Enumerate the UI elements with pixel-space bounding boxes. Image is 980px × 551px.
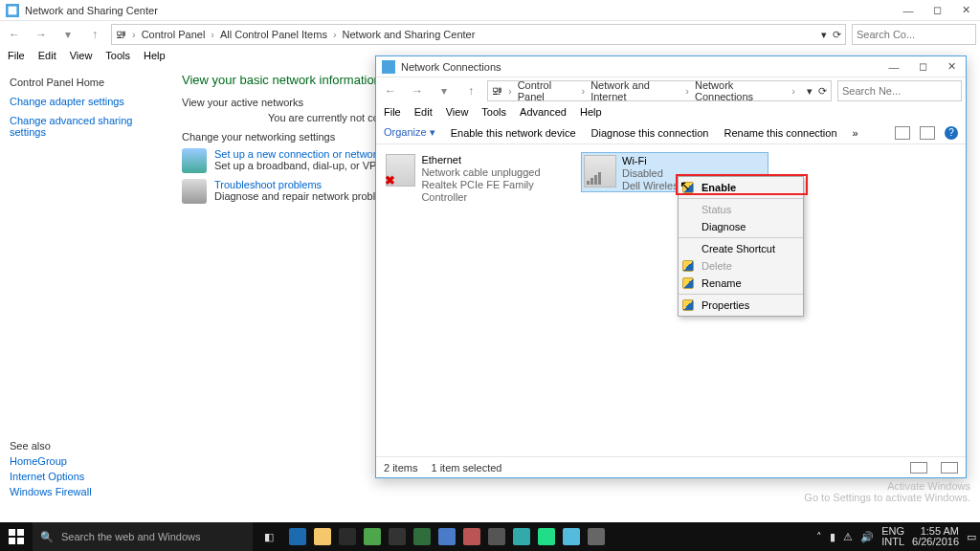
- svg-rect-4: [17, 529, 24, 536]
- forward-button[interactable]: →: [31, 24, 52, 45]
- menu-tools[interactable]: Tools: [105, 50, 130, 61]
- taskbar-app[interactable]: [459, 522, 484, 551]
- tray-volume-icon[interactable]: 🔊: [860, 531, 874, 543]
- svg-rect-6: [17, 538, 24, 544]
- taskbar-app[interactable]: [360, 522, 385, 551]
- menu-file[interactable]: File: [8, 50, 25, 61]
- up-button[interactable]: ↑: [460, 80, 481, 101]
- close-button[interactable]: ✕: [937, 56, 966, 77]
- connections-area[interactable]: ✖ Ethernet Network cable unplugged Realt…: [376, 144, 966, 456]
- tray-chevron-up-icon[interactable]: ˄: [816, 531, 822, 543]
- ctx-rename[interactable]: Rename: [679, 275, 803, 292]
- control-panel-home-link[interactable]: Control Panel Home: [10, 77, 163, 88]
- tray-clock[interactable]: 1:55 AM6/26/2016: [912, 526, 959, 547]
- system-tray[interactable]: ˄ ▮ ⚠ 🔊 ENGINTL 1:55 AM6/26/2016 ▭: [813, 526, 980, 547]
- connection-name: Ethernet: [421, 154, 569, 166]
- watermark-title: Activate Windows: [804, 480, 970, 492]
- app-icon: [6, 4, 19, 17]
- taskbar-app[interactable]: [434, 522, 459, 551]
- maximize-button[interactable]: ◻: [923, 0, 951, 21]
- refresh-button[interactable]: ⟳: [818, 85, 827, 98]
- taskbar-explorer[interactable]: [310, 522, 335, 551]
- recent-button[interactable]: ▾: [57, 24, 78, 45]
- taskbar-app[interactable]: [484, 522, 509, 551]
- left-panel: Control Panel Home Change adapter settin…: [0, 65, 172, 211]
- start-button[interactable]: [0, 522, 33, 551]
- seealso-homegroup[interactable]: HomeGroup: [10, 455, 92, 467]
- details-view-button[interactable]: [910, 462, 927, 474]
- ctx-diagnose[interactable]: Diagnose: [679, 218, 803, 235]
- connection-status: Network cable unplugged: [421, 166, 569, 179]
- organize-button[interactable]: Organize ▾: [384, 126, 435, 139]
- search-input[interactable]: [852, 24, 976, 45]
- tray-battery-icon[interactable]: ▮: [830, 531, 835, 543]
- breadcrumb-item[interactable]: Control Panel: [518, 79, 576, 102]
- menu-file[interactable]: File: [384, 106, 401, 118]
- taskbar-store[interactable]: [335, 522, 360, 551]
- recent-button[interactable]: ▾: [434, 80, 455, 101]
- window-title: Network and Sharing Center: [25, 5, 158, 16]
- taskbar-app[interactable]: [509, 522, 534, 551]
- tray-network-icon[interactable]: ⚠: [843, 531, 853, 543]
- rename-button[interactable]: Rename this connection: [724, 127, 836, 139]
- menu-edit[interactable]: Edit: [38, 50, 56, 61]
- statusbar: 2 items 1 item selected: [376, 456, 966, 477]
- tray-language[interactable]: ENGINTL: [881, 526, 904, 547]
- taskbar-search[interactable]: 🔍 Search the web and Windows: [33, 522, 253, 551]
- help-button[interactable]: ?: [945, 126, 958, 140]
- seealso-internet-options[interactable]: Internet Options: [10, 471, 92, 482]
- ctx-properties[interactable]: Properties: [679, 297, 803, 314]
- breadcrumb-item[interactable]: Network Connections: [695, 79, 786, 102]
- forward-button[interactable]: →: [407, 80, 428, 101]
- menu-view[interactable]: View: [70, 50, 93, 61]
- back-button[interactable]: ←: [380, 80, 401, 101]
- breadcrumb[interactable]: 🖳› Control Panel› All Control Panel Item…: [111, 24, 846, 45]
- menu-tools[interactable]: Tools: [481, 106, 506, 118]
- connection-ethernet[interactable]: ✖ Ethernet Network cable unplugged Realt…: [384, 152, 571, 192]
- taskbar-app[interactable]: [410, 522, 434, 551]
- taskbar-app[interactable]: [385, 522, 410, 551]
- back-button[interactable]: ←: [4, 24, 25, 45]
- change-sharing-link[interactable]: Change advanced sharing settings: [10, 115, 163, 138]
- task-view-button[interactable]: ◧: [253, 531, 285, 543]
- see-also-heading: See also: [10, 440, 92, 452]
- refresh-button[interactable]: ⟳: [833, 29, 841, 41]
- enable-device-button[interactable]: Enable this network device: [451, 127, 576, 139]
- taskbar-app[interactable]: [559, 522, 584, 551]
- minimize-button[interactable]: —: [880, 56, 908, 77]
- breadcrumb-item[interactable]: All Control Panel Items: [220, 29, 327, 40]
- breadcrumb-dropdown[interactable]: ▾: [821, 29, 827, 41]
- change-adapter-link[interactable]: Change adapter settings: [10, 96, 163, 107]
- svg-rect-3: [9, 529, 15, 536]
- ctx-create-shortcut[interactable]: Create Shortcut: [679, 240, 803, 257]
- up-button[interactable]: ↑: [84, 24, 105, 45]
- breadcrumb-icon: 🖳: [492, 85, 502, 97]
- close-button[interactable]: ✕: [951, 0, 980, 21]
- seealso-firewall[interactable]: Windows Firewall: [10, 486, 92, 497]
- breadcrumb-dropdown[interactable]: ▾: [807, 85, 813, 98]
- menu-view[interactable]: View: [446, 106, 469, 118]
- breadcrumb-item[interactable]: Network and Sharing Center: [343, 29, 476, 40]
- breadcrumb-item[interactable]: Control Panel: [142, 29, 206, 40]
- search-input[interactable]: [837, 80, 962, 101]
- taskbar-app[interactable]: [584, 522, 609, 551]
- view-options-button[interactable]: [895, 126, 910, 140]
- ctx-enable[interactable]: Enable: [679, 179, 803, 196]
- minimize-button[interactable]: —: [894, 0, 923, 21]
- breadcrumb-item[interactable]: Network and Internet: [590, 79, 679, 102]
- large-icons-view-button[interactable]: [941, 462, 958, 474]
- menu-help[interactable]: Help: [580, 106, 602, 118]
- titlebar-front[interactable]: Network Connections — ◻ ✕: [376, 56, 966, 77]
- maximize-button[interactable]: ◻: [908, 56, 937, 77]
- breadcrumb[interactable]: 🖳› Control Panel› Network and Internet› …: [487, 80, 832, 101]
- menu-advanced[interactable]: Advanced: [520, 106, 567, 118]
- tray-action-center-icon[interactable]: ▭: [967, 531, 976, 543]
- menu-help[interactable]: Help: [144, 50, 166, 61]
- diagnose-button[interactable]: Diagnose this connection: [591, 127, 709, 139]
- menu-edit[interactable]: Edit: [414, 106, 433, 118]
- preview-pane-button[interactable]: [920, 126, 935, 140]
- taskbar-edge[interactable]: [285, 522, 310, 551]
- taskbar-app[interactable]: [534, 522, 559, 551]
- titlebar-back[interactable]: Network and Sharing Center — ◻ ✕: [0, 0, 980, 21]
- toolbar-overflow[interactable]: »: [853, 127, 858, 139]
